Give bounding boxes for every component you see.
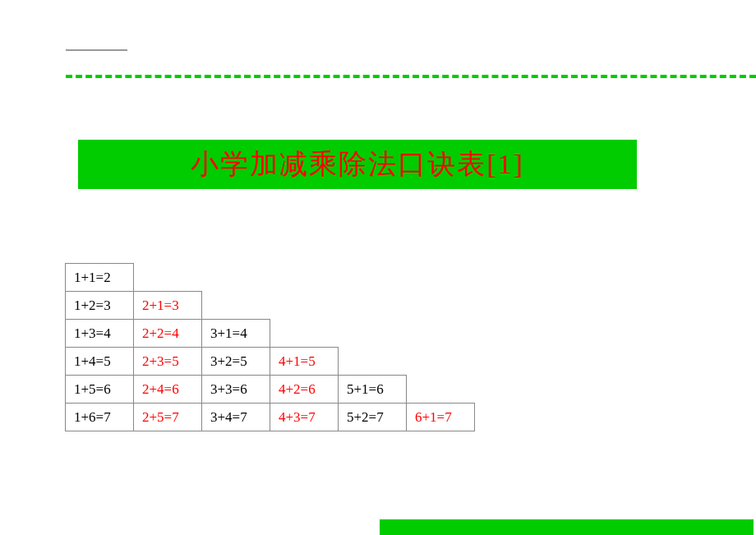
table-row: 1+5=62+4=63+3=64+2=65+1=6 [66, 376, 475, 404]
table-cell: 3+1=4 [202, 320, 270, 348]
table-cell: 6+1=7 [407, 404, 475, 431]
table-cell [270, 320, 339, 348]
table-cell: 1+1=2 [66, 264, 134, 292]
table-cell: 1+4=5 [66, 348, 134, 376]
table-cell [134, 264, 202, 292]
table-cell: 2+1=3 [134, 292, 202, 320]
table-row: 1+4=52+3=53+2=54+1=5 [66, 348, 475, 376]
table-cell: 2+2=4 [134, 320, 202, 348]
table-cell: 5+2=7 [339, 404, 407, 431]
table-cell [407, 264, 475, 292]
header-underline [66, 49, 127, 51]
title-banner: 小学加减乘除法口诀表[1] [78, 140, 637, 189]
table-cell: 3+3=6 [202, 376, 270, 404]
table-cell [339, 320, 407, 348]
table-row: 1+6=72+5=73+4=74+3=75+2=76+1=7 [66, 404, 475, 431]
table-cell: 3+2=5 [202, 348, 270, 376]
table-cell [339, 348, 407, 376]
table-row: 1+2=32+1=3 [66, 292, 475, 320]
table-cell [407, 320, 475, 348]
table-cell: 2+5=7 [134, 404, 202, 431]
table-cell [270, 264, 339, 292]
table-cell: 5+1=6 [339, 376, 407, 404]
table-cell: 2+3=5 [134, 348, 202, 376]
table-cell: 1+2=3 [66, 292, 134, 320]
table-cell: 1+5=6 [66, 376, 134, 404]
table-row: 1+3=42+2=43+1=4 [66, 320, 475, 348]
table-cell [202, 264, 270, 292]
arithmetic-table: 1+1=21+2=32+1=31+3=42+2=43+1=41+4=52+3=5… [65, 263, 475, 431]
table-cell: 1+6=7 [66, 404, 134, 431]
page-title: 小学加减乘除法口诀表[1] [191, 145, 524, 183]
table-cell: 3+4=7 [202, 404, 270, 431]
bottom-accent-bar [380, 519, 754, 535]
table-cell: 1+3=4 [66, 320, 134, 348]
table-row: 1+1=2 [66, 264, 475, 292]
table-cell: 4+1=5 [270, 348, 339, 376]
table-cell: 4+2=6 [270, 376, 339, 404]
table-cell [270, 292, 339, 320]
table-cell [407, 376, 475, 404]
table-cell: 2+4=6 [134, 376, 202, 404]
divider-dashed [66, 75, 756, 78]
table-cell [339, 264, 407, 292]
table-cell: 4+3=7 [270, 404, 339, 431]
table-cell [407, 348, 475, 376]
table-cell [339, 292, 407, 320]
table-cell [202, 292, 270, 320]
table-cell [407, 292, 475, 320]
